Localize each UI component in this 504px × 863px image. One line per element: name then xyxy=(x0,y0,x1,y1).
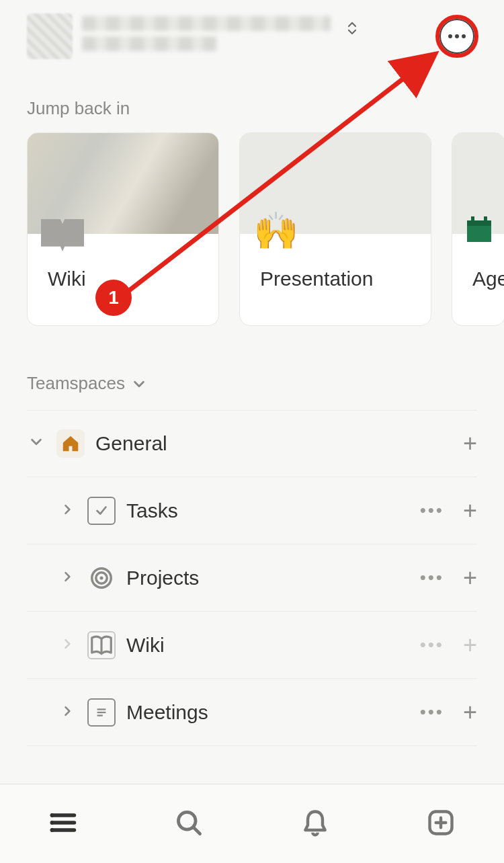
jump-card-presentation[interactable]: 🙌 Presentation xyxy=(239,132,431,326)
tab-new-page-icon[interactable] xyxy=(426,808,456,840)
target-icon xyxy=(87,564,116,592)
page-more-icon[interactable]: ••• xyxy=(420,634,444,655)
jump-back-in-row: Wiki 🙌 Presentation Age xyxy=(0,132,504,326)
page-row-projects[interactable]: Projects ••• + xyxy=(27,544,477,612)
add-subpage-button[interactable]: + xyxy=(463,631,477,659)
workspace-avatar[interactable] xyxy=(27,13,73,59)
workspace-name-line1 xyxy=(82,16,331,31)
teamspace-label: General xyxy=(95,432,452,455)
raising-hands-icon: 🙌 xyxy=(253,212,298,249)
workspace-name-line2 xyxy=(82,36,216,51)
teamspaces-header[interactable]: Teamspaces xyxy=(0,326,504,410)
workspace-switcher-icon[interactable] xyxy=(346,19,358,38)
annotation-badge: 1 xyxy=(95,280,132,316)
teamspaces-label: Teamspaces xyxy=(27,373,125,394)
page-label: Tasks xyxy=(126,499,409,522)
book-icon xyxy=(41,219,84,251)
svg-line-17 xyxy=(194,827,200,833)
page-label: Meetings xyxy=(126,701,409,724)
chevron-right-icon[interactable] xyxy=(58,636,77,655)
workspace-title-block[interactable] xyxy=(82,16,477,56)
page-row-wiki[interactable]: Wiki ••• + xyxy=(27,612,477,679)
add-subpage-button[interactable]: + xyxy=(463,564,477,592)
checkbox-icon xyxy=(87,497,116,525)
jump-card-agenda[interactable]: Age xyxy=(452,132,504,326)
chevron-down-icon[interactable] xyxy=(27,434,46,453)
page-more-icon[interactable]: ••• xyxy=(420,500,444,521)
chevron-down-icon xyxy=(132,376,146,391)
chevron-right-icon[interactable] xyxy=(58,703,77,722)
add-page-button[interactable]: + xyxy=(463,429,477,458)
svg-point-14 xyxy=(50,821,54,825)
svg-point-6 xyxy=(99,576,103,579)
page-row-tasks[interactable]: Tasks ••• + xyxy=(27,477,477,544)
bottom-tab-bar xyxy=(0,784,504,863)
teamspace-tree: General + Tasks ••• + Projects ••• + xyxy=(0,410,504,746)
chevron-right-icon[interactable] xyxy=(58,569,77,587)
svg-rect-1 xyxy=(467,220,491,226)
home-icon xyxy=(56,429,85,458)
page-row-meetings[interactable]: Meetings ••• + xyxy=(27,679,477,746)
card-title: Presentation xyxy=(260,268,373,290)
tab-notifications-icon[interactable] xyxy=(300,808,330,840)
svg-point-15 xyxy=(50,828,54,832)
svg-point-13 xyxy=(50,813,54,817)
svg-rect-2 xyxy=(471,216,474,223)
open-book-icon xyxy=(87,631,116,659)
card-title: Age xyxy=(472,268,504,290)
tab-search-icon[interactable] xyxy=(174,808,204,840)
calendar-icon xyxy=(463,214,495,251)
page-more-icon[interactable]: ••• xyxy=(420,702,444,723)
card-title: Wiki xyxy=(48,268,86,290)
page-more-icon[interactable]: ••• xyxy=(420,567,444,588)
jump-back-in-title: Jump back in xyxy=(0,66,504,132)
add-subpage-button[interactable]: + xyxy=(463,497,477,525)
more-options-button[interactable] xyxy=(439,19,474,54)
document-icon xyxy=(87,698,116,727)
add-subpage-button[interactable]: + xyxy=(463,698,477,727)
teamspace-general[interactable]: General + xyxy=(27,410,477,477)
svg-rect-3 xyxy=(484,216,487,223)
workspace-header xyxy=(0,0,504,66)
page-label: Wiki xyxy=(126,634,409,657)
chevron-right-icon[interactable] xyxy=(58,501,77,520)
page-label: Projects xyxy=(126,567,409,589)
card-cover-image xyxy=(28,133,218,234)
tab-home-icon[interactable] xyxy=(48,808,78,840)
